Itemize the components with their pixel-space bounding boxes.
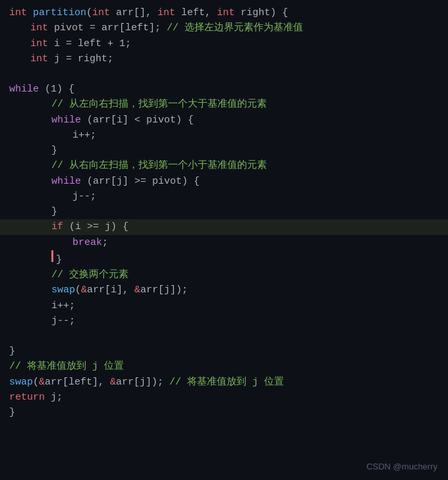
token-amp: & xyxy=(110,375,116,390)
token-amp: & xyxy=(81,282,87,298)
token-plain: } xyxy=(9,344,15,359)
token-plain: } xyxy=(51,204,57,219)
code-line: if (i >= j) { xyxy=(0,219,448,234)
left-bar-decoration xyxy=(51,250,53,262)
code-line xyxy=(0,329,448,344)
token-plain: j; xyxy=(45,390,63,405)
token-plain: (i >= j) { xyxy=(63,219,128,234)
code-block: int partition(int arr[], int left, int r… xyxy=(0,5,448,420)
token-kw: int xyxy=(92,5,110,20)
code-line: // 从右向左扫描，找到第一个小于基准值的元素 xyxy=(0,158,448,173)
token-fn: swap xyxy=(9,375,33,390)
code-line: int partition(int arr[], int left, int r… xyxy=(0,5,448,20)
code-line: j--; xyxy=(0,313,448,329)
token-plain: arr[left], xyxy=(45,375,110,390)
code-line: i++; xyxy=(0,128,448,143)
token-plain: i++; xyxy=(72,128,96,143)
token-plain: i++; xyxy=(51,298,75,313)
token-fn: swap xyxy=(51,282,75,298)
code-line: i++; xyxy=(0,298,448,313)
token-kw2: while xyxy=(51,174,81,189)
token-plain: ( xyxy=(75,282,81,298)
token-plain: arr[], xyxy=(110,5,157,20)
token-plain: j = right; xyxy=(48,51,113,67)
token-kw2: while xyxy=(9,82,39,97)
code-line: break; xyxy=(0,235,448,250)
token-kw: int xyxy=(30,51,48,67)
code-line: j--; xyxy=(0,189,448,204)
code-line: return j; xyxy=(0,390,448,405)
code-line: } xyxy=(0,405,448,420)
token-plain xyxy=(27,5,33,20)
code-line: while (1) { xyxy=(0,82,448,97)
token-plain: (arr[i] < pivot) { xyxy=(81,113,194,128)
token-cmt: // 交换两个元素 xyxy=(51,267,128,282)
token-kw: int xyxy=(9,5,27,20)
token-kw: int xyxy=(157,5,175,20)
token-plain: j--; xyxy=(72,189,96,204)
token-kw: int xyxy=(217,5,235,20)
token-plain: (arr[j] >= pivot) { xyxy=(81,174,200,189)
token-plain: ( xyxy=(33,375,39,390)
token-plain: j--; xyxy=(51,313,75,329)
token-plain: i = left + 1; xyxy=(48,36,131,51)
token-kw: int xyxy=(30,36,48,51)
token-cmt: // 将基准值放到 j 位置 xyxy=(169,375,284,390)
code-line: swap(&arr[left], &arr[j]); // 将基准值放到 j 位… xyxy=(0,375,448,390)
token-plain: pivot = arr[left]; xyxy=(48,20,167,36)
code-line: } xyxy=(0,250,448,267)
token-plain: ( xyxy=(86,5,92,20)
code-line: swap(&arr[i], &arr[j]); xyxy=(0,282,448,298)
token-plain: left, xyxy=(175,5,217,20)
code-line: } xyxy=(0,204,448,219)
token-kw: int xyxy=(30,20,48,36)
token-plain: arr[j]); xyxy=(140,282,188,298)
token-cmt: // 从左向右扫描，找到第一个大于基准值的元素 xyxy=(51,97,267,112)
token-cmt: // 从右向左扫描，找到第一个小于基准值的元素 xyxy=(51,158,267,173)
code-line: int i = left + 1; xyxy=(0,36,448,51)
token-plain: } xyxy=(51,143,57,158)
code-line: while (arr[i] < pivot) { xyxy=(0,113,448,128)
code-line: // 从左向右扫描，找到第一个大于基准值的元素 xyxy=(0,97,448,112)
token-plain: (1) { xyxy=(39,82,74,97)
token-kw: return xyxy=(9,390,45,405)
token-kw: if xyxy=(51,219,63,234)
code-line: int pivot = arr[left]; // 选择左边界元素作为基准值 xyxy=(0,20,448,36)
token-cmt: // 选择左边界元素作为基准值 xyxy=(167,20,303,36)
token-fn: partition xyxy=(33,5,86,20)
code-line: int j = right; xyxy=(0,51,448,67)
code-line: // 交换两个元素 xyxy=(0,267,448,282)
token-plain: arr[j]); xyxy=(116,375,169,390)
token-amp: & xyxy=(39,375,45,390)
token-kw2: while xyxy=(51,113,81,128)
code-line: // 将基准值放到 j 位置 xyxy=(0,359,448,374)
token-cmt: // 将基准值放到 j 位置 xyxy=(9,359,124,374)
code-line: while (arr[j] >= pivot) { xyxy=(0,174,448,189)
token-plain: } xyxy=(9,405,15,420)
code-line: } xyxy=(0,344,448,359)
token-kw2: break xyxy=(72,235,102,250)
token-plain: } xyxy=(56,252,62,267)
token-amp: & xyxy=(134,282,140,298)
token-plain: right) { xyxy=(235,5,288,20)
token-plain: arr[i], xyxy=(87,282,134,298)
code-container: int partition(int arr[], int left, int r… xyxy=(0,0,448,480)
code-line xyxy=(0,67,448,82)
watermark: CSDN @mucherry xyxy=(366,460,437,473)
token-plain: ; xyxy=(102,235,108,250)
code-line: } xyxy=(0,143,448,158)
